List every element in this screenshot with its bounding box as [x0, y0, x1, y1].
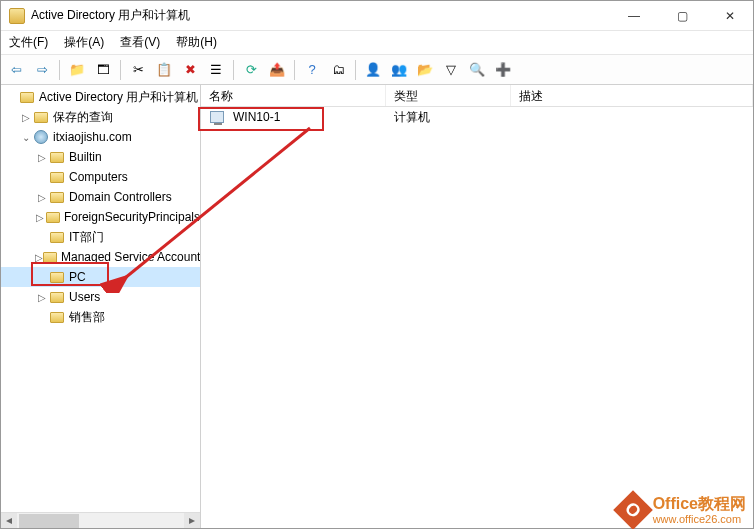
tree-computers[interactable]: Computers: [1, 167, 200, 187]
window-controls: — ▢ ✕: [619, 5, 745, 27]
separator: [59, 60, 60, 80]
tree-domain-controllers[interactable]: ▷ Domain Controllers: [1, 187, 200, 207]
titlebar: Active Directory 用户和计算机 — ▢ ✕: [1, 1, 753, 31]
watermark-logo-icon: O: [613, 490, 653, 529]
details-pane-icon[interactable]: 🗔: [92, 59, 114, 81]
folder-icon: [49, 289, 65, 305]
new-user-icon[interactable]: 👤: [362, 59, 384, 81]
computer-icon: [209, 109, 225, 125]
copy-icon[interactable]: 📋: [153, 59, 175, 81]
help-icon[interactable]: ?: [301, 59, 323, 81]
tree-label: Users: [69, 290, 100, 304]
app-root-icon: [19, 89, 35, 105]
tree-root[interactable]: Active Directory 用户和计算机: [1, 87, 200, 107]
separator: [233, 60, 234, 80]
up-level-icon[interactable]: 📁: [66, 59, 88, 81]
tree-pane: Active Directory 用户和计算机 ▷ 保存的查询 ⌄ itxiao…: [1, 85, 201, 528]
tree-label: 销售部: [69, 309, 105, 326]
tree-label: ForeignSecurityPrincipals: [64, 210, 200, 224]
expand-icon[interactable]: ▷: [19, 112, 33, 123]
tree[interactable]: Active Directory 用户和计算机 ▷ 保存的查询 ⌄ itxiao…: [1, 85, 200, 512]
export-icon[interactable]: 📤: [266, 59, 288, 81]
tree-label: Computers: [69, 170, 128, 184]
collapse-icon[interactable]: ⌄: [19, 132, 33, 143]
new-ou-icon[interactable]: 📂: [414, 59, 436, 81]
menu-action[interactable]: 操作(A): [64, 34, 104, 51]
tree-pc[interactable]: PC: [1, 267, 200, 287]
cut-icon[interactable]: ✂: [127, 59, 149, 81]
tree-label: Active Directory 用户和计算机: [39, 89, 198, 106]
tree-builtin[interactable]: ▷ Builtin: [1, 147, 200, 167]
close-button[interactable]: ✕: [715, 5, 745, 27]
content-area: Active Directory 用户和计算机 ▷ 保存的查询 ⌄ itxiao…: [1, 85, 753, 528]
filter-icon[interactable]: ▽: [440, 59, 462, 81]
menu-file[interactable]: 文件(F): [9, 34, 48, 51]
folder-icon: [46, 209, 60, 225]
tree-label: itxiaojishu.com: [53, 130, 132, 144]
tree-sales[interactable]: 销售部: [1, 307, 200, 327]
ou-icon: [49, 189, 65, 205]
watermark-title: Office教程网: [653, 495, 746, 513]
scroll-right-icon[interactable]: ▸: [184, 513, 200, 529]
window-title: Active Directory 用户和计算机: [31, 7, 619, 24]
expand-icon[interactable]: ▷: [35, 192, 49, 203]
column-header-type[interactable]: 类型: [386, 85, 511, 106]
tree-msa[interactable]: ▷ Managed Service Accounts: [1, 247, 200, 267]
menu-view[interactable]: 查看(V): [120, 34, 160, 51]
menu-help[interactable]: 帮助(H): [176, 34, 217, 51]
folder-icon: [33, 109, 49, 125]
tree-label: Domain Controllers: [69, 190, 172, 204]
scroll-left-icon[interactable]: ◂: [1, 513, 17, 529]
tree-label: PC: [69, 270, 86, 284]
domain-icon: [33, 129, 49, 145]
properties-icon[interactable]: ☰: [205, 59, 227, 81]
separator: [294, 60, 295, 80]
tree-label: IT部门: [69, 229, 104, 246]
ou-icon: [49, 269, 65, 285]
tree-label: 保存的查询: [53, 109, 113, 126]
delete-icon[interactable]: ✖: [179, 59, 201, 81]
menubar: 文件(F) 操作(A) 查看(V) 帮助(H): [1, 31, 753, 55]
tree-saved-queries[interactable]: ▷ 保存的查询: [1, 107, 200, 127]
tree-label: Managed Service Accounts: [61, 250, 200, 264]
folder-icon: [43, 249, 57, 265]
column-header-desc[interactable]: 描述: [511, 85, 753, 106]
tree-users[interactable]: ▷ Users: [1, 287, 200, 307]
watermark-url: www.office26.com: [653, 513, 746, 525]
query-icon[interactable]: 🔍: [466, 59, 488, 81]
minimize-button[interactable]: —: [619, 5, 649, 27]
expand-icon[interactable]: ▷: [35, 252, 43, 263]
list-header: 名称 类型 描述: [201, 85, 753, 107]
ou-icon: [49, 309, 65, 325]
ou-icon: [49, 229, 65, 245]
maximize-button[interactable]: ▢: [667, 5, 697, 27]
window: Active Directory 用户和计算机 — ▢ ✕ 文件(F) 操作(A…: [0, 0, 754, 529]
toolbar: ⇦ ⇨ 📁 🗔 ✂ 📋 ✖ ☰ ⟳ 📤 ? 🗂 👤 👥 📂 ▽ 🔍 ➕: [1, 55, 753, 85]
scroll-thumb[interactable]: [19, 514, 79, 528]
list-pane: 名称 类型 描述 WIN10-1 计算机: [201, 85, 753, 528]
horizontal-scrollbar[interactable]: ◂ ▸: [1, 512, 200, 528]
separator: [355, 60, 356, 80]
folder-icon: [49, 169, 65, 185]
find-icon[interactable]: 🗂: [327, 59, 349, 81]
tree-fsp[interactable]: ▷ ForeignSecurityPrincipals: [1, 207, 200, 227]
watermark: O Office教程网 www.office26.com: [619, 495, 746, 525]
new-group-icon[interactable]: 👥: [388, 59, 410, 81]
folder-icon: [49, 149, 65, 165]
back-button[interactable]: ⇦: [5, 59, 27, 81]
list-body[interactable]: WIN10-1 计算机: [201, 107, 753, 528]
tree-label: Builtin: [69, 150, 102, 164]
expand-icon[interactable]: ▷: [35, 292, 49, 303]
app-icon: [9, 8, 25, 24]
item-name: WIN10-1: [233, 110, 280, 124]
refresh-icon[interactable]: ⟳: [240, 59, 262, 81]
tree-domain[interactable]: ⌄ itxiaojishu.com: [1, 127, 200, 147]
add-to-group-icon[interactable]: ➕: [492, 59, 514, 81]
tree-it-dept[interactable]: IT部门: [1, 227, 200, 247]
cell-name: WIN10-1: [201, 109, 386, 125]
list-item[interactable]: WIN10-1 计算机: [201, 107, 753, 127]
forward-button[interactable]: ⇨: [31, 59, 53, 81]
expand-icon[interactable]: ▷: [35, 152, 49, 163]
column-header-name[interactable]: 名称: [201, 85, 386, 106]
expand-icon[interactable]: ▷: [35, 212, 46, 223]
